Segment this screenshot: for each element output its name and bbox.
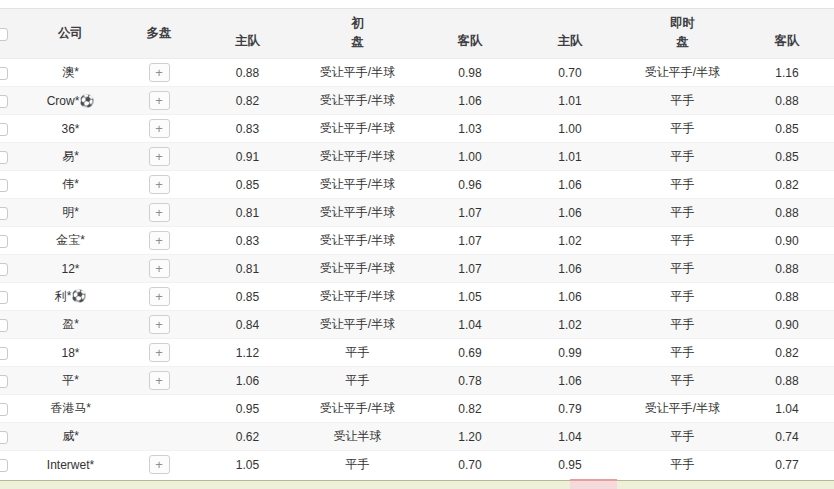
live-handicap-cell: 平手: [625, 143, 740, 171]
odds-comparison-table: 公司 多盘 主队 初 盘 客队 主队 即时 盘 客队 澳*+0.88受让平手/半…: [0, 8, 834, 479]
live-handicap-cell: 平手: [625, 199, 740, 227]
init-home-odds-cell: 0.85: [205, 171, 290, 199]
table-row: 金宝*+0.83受让平手/半球1.071.02平手0.90: [0, 227, 834, 255]
live-home-odds-cell: 0.79: [515, 395, 625, 423]
expand-multi-odds-button[interactable]: +: [149, 315, 170, 334]
company-cell: 香港马*: [28, 395, 113, 423]
row-checkbox-cell: [0, 143, 28, 171]
row-checkbox[interactable]: [0, 179, 8, 192]
company-cell: 18*: [28, 339, 113, 367]
select-all-checkbox[interactable]: [0, 28, 8, 41]
company-cell: 36*: [28, 115, 113, 143]
init-away-odds-cell: 0.96: [425, 171, 515, 199]
init-away-odds-cell: 1.07: [425, 199, 515, 227]
row-checkbox[interactable]: [0, 151, 8, 164]
expand-multi-odds-button[interactable]: +: [149, 455, 170, 474]
live-handicap-cell: 受让平手/半球: [625, 395, 740, 423]
column-header-initial-handicap: 初 盘: [290, 9, 425, 59]
row-checkbox-cell: [0, 199, 28, 227]
row-checkbox-cell: [0, 59, 28, 87]
row-checkbox[interactable]: [0, 207, 8, 220]
row-checkbox[interactable]: [0, 123, 8, 136]
init-away-odds-cell: 1.00: [425, 143, 515, 171]
row-checkbox[interactable]: [0, 95, 8, 108]
company-cell: Crow*⚽: [28, 87, 113, 115]
row-checkbox[interactable]: [0, 319, 8, 332]
live-handicap-cell: 平手: [625, 423, 740, 451]
table-row: Interwet*+1.05平手0.700.95平手0.77: [0, 451, 834, 479]
row-checkbox[interactable]: [0, 263, 8, 276]
company-cell: 12*: [28, 255, 113, 283]
live-handicap-cell: 平手: [625, 311, 740, 339]
live-away-odds-cell: 0.82: [740, 171, 834, 199]
live-away-odds-cell: 0.88: [740, 199, 834, 227]
init-home-odds-cell: 0.81: [205, 255, 290, 283]
live-home-odds-cell: 1.00: [515, 115, 625, 143]
row-checkbox[interactable]: [0, 235, 8, 248]
expand-multi-odds-button[interactable]: +: [149, 343, 170, 362]
row-checkbox[interactable]: [0, 431, 8, 444]
expand-multi-odds-button[interactable]: +: [149, 203, 170, 222]
company-cell: 澳*: [28, 59, 113, 87]
row-checkbox[interactable]: [0, 459, 8, 472]
row-checkbox[interactable]: [0, 347, 8, 360]
live-handicap-cell: 平手: [625, 227, 740, 255]
init-handicap-cell: 受让平手/半球: [290, 395, 425, 423]
expand-multi-odds-button[interactable]: +: [149, 91, 170, 110]
init-home-odds-cell: 1.06: [205, 367, 290, 395]
multi-odds-cell: +: [113, 115, 205, 143]
expand-multi-odds-button[interactable]: +: [149, 371, 170, 390]
init-handicap-cell: 受让平手/半球: [290, 143, 425, 171]
row-checkbox[interactable]: [0, 403, 8, 416]
init-home-odds-cell: 1.05: [205, 451, 290, 479]
expand-multi-odds-button[interactable]: +: [149, 231, 170, 250]
live-away-odds-cell: 0.85: [740, 143, 834, 171]
expand-multi-odds-button[interactable]: +: [149, 147, 170, 166]
init-home-odds-cell: 0.83: [205, 115, 290, 143]
row-checkbox-cell: [0, 171, 28, 199]
table-row: 18*+1.12平手0.690.99平手0.82: [0, 339, 834, 367]
expand-multi-odds-button[interactable]: +: [149, 287, 170, 306]
expand-multi-odds-button[interactable]: +: [149, 259, 170, 278]
multi-odds-cell: [113, 395, 205, 423]
row-checkbox-cell: [0, 255, 28, 283]
table-row: 明*+0.81受让平手/半球1.071.06平手0.88: [0, 199, 834, 227]
expand-multi-odds-button[interactable]: +: [149, 119, 170, 138]
table-row: 利*⚽+0.85受让平手/半球1.051.06平手0.88: [0, 283, 834, 311]
multi-odds-cell: [113, 423, 205, 451]
select-all-header-cell: [0, 9, 28, 59]
init-handicap-cell: 受让半球: [290, 423, 425, 451]
expand-multi-odds-button[interactable]: +: [149, 63, 170, 82]
table-row: 36*+0.83受让平手/半球1.031.00平手0.85: [0, 115, 834, 143]
init-away-odds-cell: 1.07: [425, 227, 515, 255]
row-checkbox[interactable]: [0, 375, 8, 388]
init-home-odds-cell: 0.83: [205, 227, 290, 255]
init-handicap-cell: 平手: [290, 451, 425, 479]
multi-odds-cell: +: [113, 311, 205, 339]
column-header-initial-away: 客队: [425, 9, 515, 59]
init-handicap-cell: 受让平手/半球: [290, 59, 425, 87]
row-checkbox-cell: [0, 87, 28, 115]
init-home-odds-cell: 0.84: [205, 311, 290, 339]
live-home-odds-cell: 1.06: [515, 367, 625, 395]
live-handicap-cell: 平手: [625, 87, 740, 115]
live-away-odds-cell: 0.88: [740, 283, 834, 311]
odds-table-body: 澳*+0.88受让平手/半球0.980.70受让平手/半球1.16Crow*⚽+…: [0, 59, 834, 479]
init-away-odds-cell: 0.69: [425, 339, 515, 367]
company-cell: 伟*: [28, 171, 113, 199]
init-handicap-cell: 受让平手/半球: [290, 255, 425, 283]
live-away-odds-cell: 0.77: [740, 451, 834, 479]
expand-multi-odds-button[interactable]: +: [149, 175, 170, 194]
row-checkbox[interactable]: [0, 67, 8, 80]
row-checkbox[interactable]: [0, 291, 8, 304]
live-away-odds-cell: 0.82: [740, 339, 834, 367]
init-handicap-cell: 受让平手/半球: [290, 199, 425, 227]
column-header-multi-odds: 多盘: [113, 9, 205, 59]
live-handicap-cell: 平手: [625, 283, 740, 311]
table-row: 平*+1.06平手0.781.06平手0.88: [0, 367, 834, 395]
multi-odds-cell: +: [113, 339, 205, 367]
init-home-odds-cell: 0.85: [205, 283, 290, 311]
multi-odds-cell: +: [113, 87, 205, 115]
company-cell: 盈*: [28, 311, 113, 339]
init-handicap-cell: 平手: [290, 367, 425, 395]
